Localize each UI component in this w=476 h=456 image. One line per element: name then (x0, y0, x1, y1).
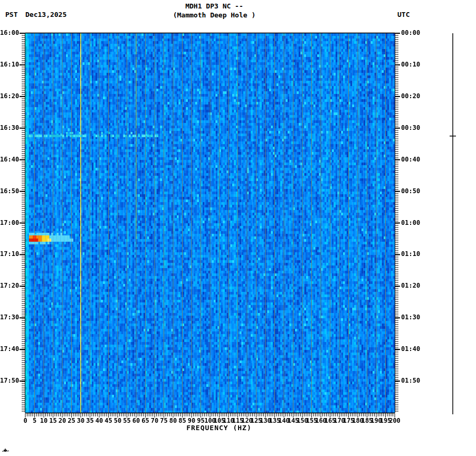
spectrogram-page: PST Dec13,2025 MDH1 DP3 NC -- (Mammoth D… (0, 0, 476, 456)
chart-title: MDH1 DP3 NC -- (25, 2, 403, 10)
time-label-utc: 01:20 (401, 282, 420, 289)
time-label-utc: 01:30 (401, 314, 420, 321)
time-label-pst: 17:00 (0, 220, 19, 226)
time-label-utc: 00:30 (401, 125, 420, 131)
timezone-right-label: UTC (397, 11, 410, 18)
time-label-utc: 00:10 (401, 61, 420, 68)
time-label-pst: 16:40 (0, 156, 19, 163)
chart-subtitle: (Mammoth Deep Hole ) (25, 11, 403, 19)
waveform-mark-icon (2, 445, 11, 455)
time-label-pst: 17:20 (0, 282, 19, 289)
time-label-pst: 17:40 (0, 346, 19, 353)
time-label-pst: 16:30 (0, 125, 19, 131)
spectrogram-canvas (25, 33, 395, 413)
time-label-utc: 00:50 (401, 188, 420, 195)
timezone-left-label: PST (5, 11, 17, 18)
time-label-pst: 16:00 (0, 30, 19, 36)
time-label-utc: 01:40 (401, 346, 420, 353)
time-label-pst: 17:10 (0, 251, 19, 258)
time-label-pst: 17:50 (0, 377, 19, 384)
frequency-axis-title: FREQUENCY (HZ) (34, 424, 404, 432)
time-label-utc: 01:50 (401, 377, 420, 384)
time-label-utc: 00:40 (401, 156, 420, 163)
time-label-utc: 00:20 (401, 93, 420, 100)
chart-header: MDH1 DP3 NC -- (Mammoth Deep Hole ) (25, 2, 403, 19)
time-label-pst: 16:10 (0, 61, 19, 68)
time-label-pst: 16:20 (0, 93, 19, 100)
time-label-utc: 00:00 (401, 30, 420, 36)
time-label-pst: 17:30 (0, 314, 19, 321)
time-label-pst: 16:50 (0, 188, 19, 195)
time-label-utc: 01:00 (401, 220, 420, 226)
time-label-utc: 01:10 (401, 251, 420, 258)
